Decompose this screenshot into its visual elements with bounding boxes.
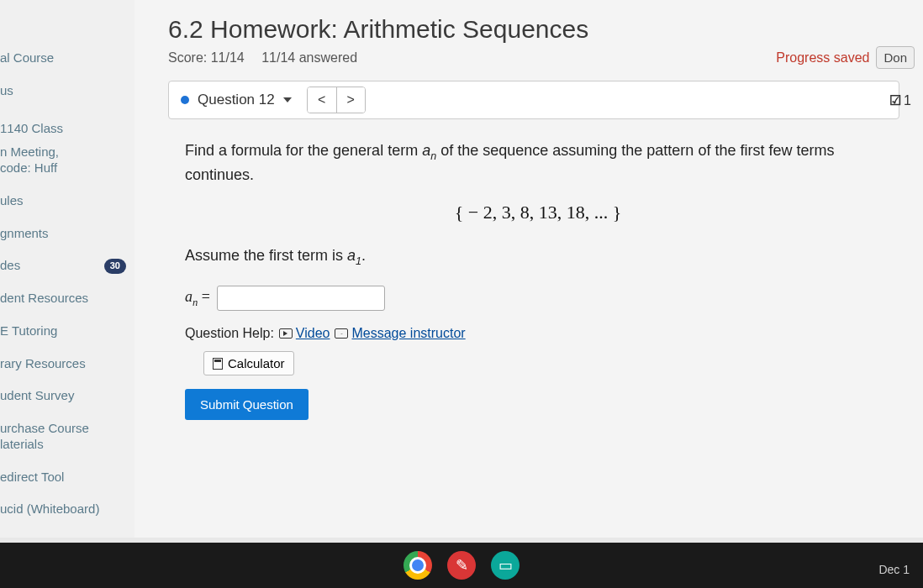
video-help-label: Video [296, 326, 330, 341]
course-sidebar: al Course us 1140 Class n Meeting, code:… [0, 0, 134, 538]
done-button[interactable]: Don [876, 46, 915, 69]
question-prompt: Find a formula for the general term an o… [185, 139, 891, 186]
next-question-button[interactable]: > [336, 87, 365, 113]
progress-status: Progress saved Don [776, 46, 915, 69]
checkmark-icon: ☑ [889, 92, 901, 108]
sidebar-item[interactable]: dent Resources [0, 282, 134, 315]
calculator-label: Calculator [228, 356, 285, 370]
chevron-down-icon [283, 97, 292, 102]
sidebar-item[interactable]: 1140 Class [0, 108, 134, 145]
sidebar-item[interactable]: laterials [0, 437, 134, 461]
assume-var: a [347, 247, 356, 264]
prev-question-button[interactable]: < [308, 87, 336, 113]
sidebar-item[interactable]: E Tutoring [0, 315, 134, 348]
flag-indicator[interactable]: ☑ 1 [889, 92, 911, 108]
video-icon [279, 328, 293, 339]
system-date: Dec 1 [878, 563, 910, 576]
question-nav: < > [307, 87, 366, 113]
calculator-icon [213, 358, 223, 370]
app-icon[interactable]: ▭ [491, 551, 520, 580]
help-row: Question Help: Video Message instructor [185, 326, 891, 341]
question-selector[interactable]: Question 12 [177, 88, 295, 112]
sidebar-item[interactable]: n Meeting, [0, 144, 134, 160]
sidebar-item[interactable]: ucid (Whiteboard) [0, 493, 134, 526]
help-label: Question Help: [185, 326, 274, 341]
sequence-display: { − 2, 3, 8, 13, 18, ... } [185, 202, 891, 223]
assume-line: Assume the first term is a1. [185, 247, 891, 267]
app-icon[interactable]: ✎ [447, 551, 476, 580]
flag-count: 1 [904, 93, 911, 108]
sidebar-item-grades[interactable]: des 30 [0, 249, 134, 282]
assume-text: Assume the first term is [185, 247, 347, 264]
sidebar-item[interactable]: udent Survey [0, 380, 134, 412]
prompt-var: a [422, 142, 430, 159]
sidebar-item[interactable]: rary Resources [0, 348, 134, 381]
answered-value: 11/14 answered [261, 50, 357, 65]
submit-question-button[interactable]: Submit Question [185, 389, 309, 420]
sidebar-item[interactable]: ules [0, 185, 134, 218]
progress-saved-label: Progress saved [776, 50, 869, 66]
assignment-title: 6.2 Homework: Arithmetic Sequences [168, 15, 923, 44]
score-value: Score: 11/14 [168, 50, 245, 65]
sidebar-item[interactable]: code: Huff [0, 160, 134, 185]
answer-lhs: an = [185, 288, 210, 309]
chrome-icon[interactable] [403, 551, 432, 580]
video-help-link[interactable]: Video [279, 326, 330, 341]
calculator-button[interactable]: Calculator [203, 351, 294, 375]
sidebar-item-label: des [0, 258, 20, 274]
message-instructor-label: Message instructor [351, 326, 465, 341]
os-taskbar: ✎ ▭ Dec 1 [0, 543, 923, 588]
assume-text: . [361, 247, 366, 264]
sidebar-item[interactable]: al Course [0, 42, 134, 75]
question-selector-label: Question 12 [198, 92, 275, 108]
status-dot-icon [181, 96, 189, 104]
main-content: 6.2 Homework: Arithmetic Sequences Score… [134, 0, 923, 538]
sidebar-item[interactable]: gnments [0, 218, 134, 250]
question-bar: Question 12 < > [168, 81, 899, 119]
answer-row: an = [185, 286, 891, 311]
question-content: Find a formula for the general term an o… [168, 123, 908, 420]
sidebar-item[interactable]: edirect Tool [0, 461, 134, 494]
message-instructor-link[interactable]: Message instructor [335, 326, 465, 341]
answer-input[interactable] [217, 286, 385, 311]
grades-badge: 30 [104, 259, 126, 274]
prompt-text: Find a formula for the general term [185, 142, 422, 159]
sidebar-item[interactable]: us [0, 75, 134, 108]
sidebar-item[interactable]: urchase Course [0, 412, 134, 437]
envelope-icon [335, 328, 348, 339]
